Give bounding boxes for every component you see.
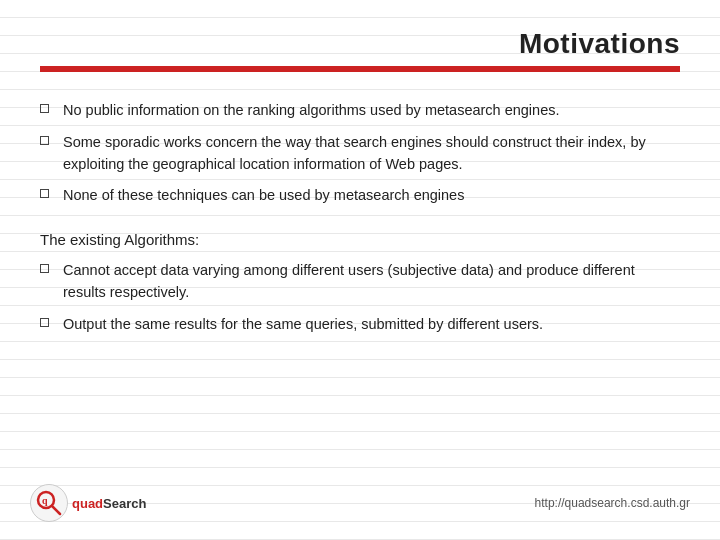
logo-label: quadSearch — [72, 496, 146, 511]
bullet-text-1: No public information on the ranking alg… — [63, 100, 560, 122]
algo-bullet-text-1: Cannot accept data varying among differe… — [63, 260, 680, 304]
svg-text:q: q — [42, 495, 48, 506]
bullet-item-3: None of these techniques can be used by … — [40, 185, 680, 207]
slide-title: Motivations — [519, 28, 680, 59]
footer-url: http://quadsearch.csd.auth.gr — [535, 496, 690, 510]
logo-text-area: quadSearch — [72, 496, 146, 511]
section-header: The existing Algorithms: — [40, 231, 680, 248]
bullet-square-icon-3 — [40, 189, 49, 198]
algo-bullet-item-2: Output the same results for the same que… — [40, 314, 680, 336]
bullet-square-icon-2 — [40, 136, 49, 145]
bullet-item-2: Some sporadic works concern the way that… — [40, 132, 680, 176]
algo-bullet-text-2: Output the same results for the same que… — [63, 314, 543, 336]
algorithm-bullet-list: Cannot accept data varying among differe… — [40, 260, 680, 335]
red-divider-bar — [40, 66, 680, 72]
algo-bullet-square-icon-1 — [40, 264, 49, 273]
logo-search-text: Search — [103, 496, 146, 511]
title-area: Motivations — [0, 0, 720, 82]
logo-circle: q — [30, 484, 68, 522]
algo-bullet-item-1: Cannot accept data varying among differe… — [40, 260, 680, 304]
svg-line-1 — [52, 506, 60, 514]
content-area: No public information on the ranking alg… — [0, 82, 720, 369]
slide-container: Motivations No public information on the… — [0, 0, 720, 540]
bullet-square-icon-1 — [40, 104, 49, 113]
logo-area: q quadSearch — [30, 484, 146, 522]
bullet-item-1: No public information on the ranking alg… — [40, 100, 680, 122]
bullet-text-2: Some sporadic works concern the way that… — [63, 132, 680, 176]
algo-bullet-square-icon-2 — [40, 318, 49, 327]
slide-footer: q quadSearch http://quadsearch.csd.auth.… — [0, 484, 720, 522]
logo-quad-text: quad — [72, 496, 103, 511]
main-bullet-list: No public information on the ranking alg… — [40, 100, 680, 207]
logo-svg: q — [34, 488, 64, 518]
bullet-text-3: None of these techniques can be used by … — [63, 185, 464, 207]
